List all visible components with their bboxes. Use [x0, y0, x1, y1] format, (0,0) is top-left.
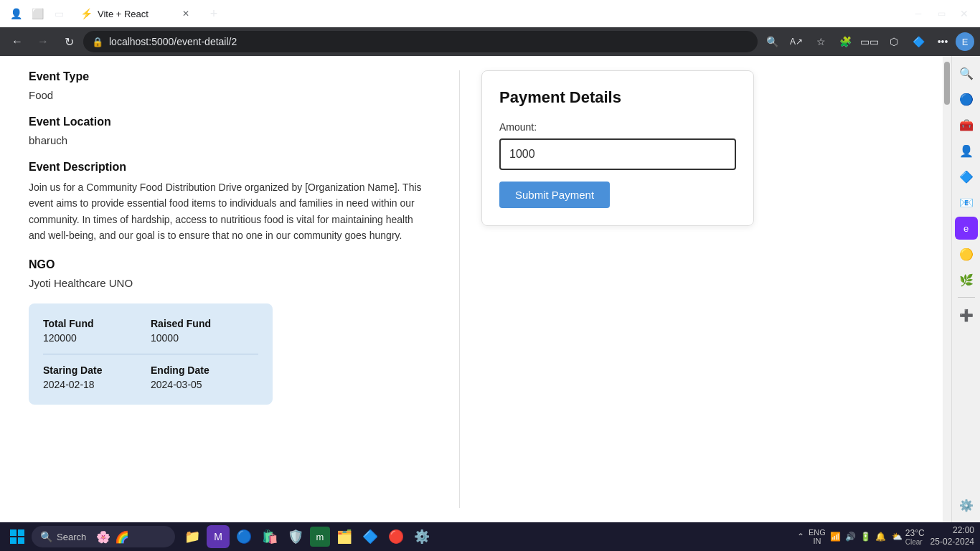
url-text: localhost:5000/event-detail/2 — [109, 36, 237, 47]
back-btn[interactable]: ← — [6, 30, 29, 53]
sidebar-add-icon[interactable]: ➕ — [955, 303, 978, 326]
end-date-value: 2024-03-05 — [151, 379, 258, 390]
tab-close-btn[interactable]: ✕ — [179, 7, 192, 20]
fund-divider — [43, 354, 258, 354]
taskbar-notify-icon[interactable]: 🔔 — [875, 532, 886, 542]
total-fund-col: Total Fund 120000 — [43, 318, 151, 344]
address-bar-row: ← → ↻ 🔒 localhost:5000/event-detail/2 🔍 … — [0, 27, 980, 56]
taskbar-pinned-apps: 📁 M 🔵 🛍️ 🛡️ m 🗂️ 🔷 🔴 ⚙️ — [181, 525, 433, 548]
collections-btn[interactable]: ⬡ — [882, 30, 905, 53]
taskbar-weather: ⛅ 23°C Clear — [892, 528, 925, 546]
extensions-btn[interactable]: 🧩 — [834, 30, 857, 53]
taskbar-lang-icon: ENGIN — [809, 528, 826, 545]
clock-time: 22:00 — [930, 525, 974, 537]
workspaces-btn[interactable]: ⬜ — [27, 4, 47, 24]
clock-date: 25-02-2024 — [930, 537, 974, 548]
sidebar-favorites-icon[interactable]: 🔵 — [955, 88, 978, 110]
amount-input[interactable] — [499, 138, 736, 170]
svg-rect-3 — [18, 537, 24, 544]
taskbar-files-icon[interactable]: 🗂️ — [333, 525, 356, 548]
taskbar-clock[interactable]: 22:00 25-02-2024 — [930, 525, 974, 547]
taskbar-settings-icon[interactable]: ⚙️ — [410, 525, 433, 548]
more-btn[interactable]: ••• — [931, 30, 954, 53]
maximize-btn[interactable]: ▭ — [931, 4, 951, 24]
submit-payment-button[interactable]: Submit Payment — [499, 182, 610, 208]
taskbar-edge-icon[interactable]: 🔵 — [232, 525, 255, 548]
scrollbar-thumb[interactable] — [944, 62, 950, 105]
tab-overview-btn[interactable]: ▭ — [49, 4, 69, 24]
address-bar[interactable]: 🔒 localhost:5000/event-detail/2 — [83, 31, 758, 52]
sidebar-divider — [958, 297, 975, 298]
scrollbar-track[interactable] — [943, 56, 951, 522]
right-payment-panel: Payment Details Amount: Submit Payment — [460, 56, 776, 522]
profile-initial: E — [962, 37, 969, 47]
taskbar-search-box[interactable]: 🔍 Search 🌸 🌈 — [32, 526, 175, 547]
taskbar-vscode-icon[interactable]: 🔷 — [359, 525, 382, 548]
minimize-btn[interactable]: ─ — [908, 4, 928, 24]
taskbar-sys-icons: ⌃ ENGIN 📶 🔊 🔋 🔔 — [797, 528, 886, 545]
profile-btn[interactable]: 👤 — [6, 4, 26, 24]
svg-rect-1 — [18, 529, 24, 536]
start-date-value: 2024-02-18 — [43, 379, 151, 390]
taskbar-store-icon[interactable]: 🛍️ — [258, 525, 281, 548]
event-type-section: Event Type Food — [29, 70, 430, 101]
weather-info: 23°C Clear — [905, 528, 925, 546]
event-location-value: bharuch — [29, 134, 430, 146]
taskbar-explorer-icon[interactable]: 📁 — [181, 525, 204, 548]
sidebar-tree-icon[interactable]: 🌿 — [955, 268, 978, 291]
sidebar-outlook-icon[interactable]: 📧 — [955, 191, 978, 214]
tab-bar: 👤 ⬜ ▭ ⚡ Vite + React ✕ + ─ ▭ ✕ — [0, 0, 980, 27]
event-description-label: Event Description — [29, 161, 430, 174]
window-controls: 👤 ⬜ ▭ — [6, 4, 69, 24]
close-btn[interactable]: ✕ — [954, 4, 974, 24]
start-date-label: Staring Date — [43, 364, 151, 376]
sidebar-tools-icon[interactable]: 🧰 — [955, 113, 978, 136]
ngo-section: NGO Jyoti Healthcare UNO — [29, 258, 430, 289]
weather-icon: ⛅ — [892, 532, 903, 542]
read-aloud-btn[interactable]: A↗ — [785, 30, 808, 53]
split-btn[interactable]: ▭▭ — [858, 30, 881, 53]
taskbar-chrome-icon[interactable]: 🔴 — [385, 525, 407, 548]
taskbar-volume-icon[interactable]: 🔊 — [845, 532, 856, 542]
raised-fund-value: 10000 — [151, 332, 258, 344]
event-type-value: Food — [29, 89, 430, 101]
active-tab[interactable]: ⚡ Vite + React ✕ — [72, 2, 201, 25]
favorites-btn[interactable]: ☆ — [809, 30, 832, 53]
sidebar-profile-icon[interactable]: 👤 — [955, 139, 978, 162]
page-content: Event Type Food Event Location bharuch E… — [0, 56, 951, 522]
event-location-section: Event Location bharuch — [29, 116, 430, 146]
event-description-section: Event Description Join us for a Communit… — [29, 161, 430, 244]
profile-avatar[interactable]: E — [956, 32, 974, 51]
tab-favicon: ⚡ — [80, 8, 92, 19]
raised-fund-col: Raised Fund 10000 — [151, 318, 258, 344]
start-button[interactable] — [6, 525, 29, 548]
browser-toolbar-right: 🔍 A↗ ☆ 🧩 ▭▭ ⬡ 🔷 ••• E — [760, 30, 974, 53]
sidebar-search-icon[interactable]: 🔍 — [955, 62, 978, 85]
new-tab-btn[interactable]: + — [204, 4, 224, 24]
fund-table: Total Fund 120000 Raised Fund 10000 Star… — [29, 303, 273, 405]
weather-desc: Clear — [905, 538, 925, 546]
start-date-col: Staring Date 2024-02-18 — [43, 364, 151, 390]
taskbar-chevron-icon[interactable]: ⌃ — [797, 532, 804, 542]
taskbar-battery-icon[interactable]: 🔋 — [860, 532, 871, 542]
forward-btn[interactable]: → — [32, 30, 55, 53]
browser-sidebar: 🔍 🔵 🧰 👤 🔷 📧 e 🟡 🌿 ➕ ⚙️ — [951, 56, 980, 522]
svg-rect-2 — [10, 537, 17, 544]
sidebar-settings-icon[interactable]: ⚙️ — [955, 494, 978, 517]
event-location-label: Event Location — [29, 116, 430, 128]
tab-title: Vite + React — [98, 9, 149, 19]
refresh-btn[interactable]: ↻ — [57, 30, 80, 53]
taskbar-wifi-icon[interactable]: 📶 — [830, 532, 841, 542]
sidebar-copilot-icon[interactable]: 🔷 — [955, 165, 978, 188]
end-date-col: Ending Date 2024-03-05 — [151, 364, 258, 390]
search-toolbar-btn[interactable]: 🔍 — [760, 30, 783, 53]
sidebar-edge-icon[interactable]: e — [955, 217, 978, 240]
copilot-btn[interactable]: 🔷 — [907, 30, 930, 53]
sidebar-games-icon[interactable]: 🟡 — [955, 242, 978, 265]
taskbar-meet-icon[interactable]: M — [207, 525, 230, 548]
taskbar-mvp-icon[interactable]: m — [310, 527, 330, 547]
taskbar-norton-icon[interactable]: 🛡️ — [284, 525, 307, 548]
ngo-value: Jyoti Healthcare UNO — [29, 277, 430, 289]
event-description-text: Join us for a Community Food Distributio… — [29, 179, 430, 244]
fund-row-top: Total Fund 120000 Raised Fund 10000 — [43, 315, 258, 347]
